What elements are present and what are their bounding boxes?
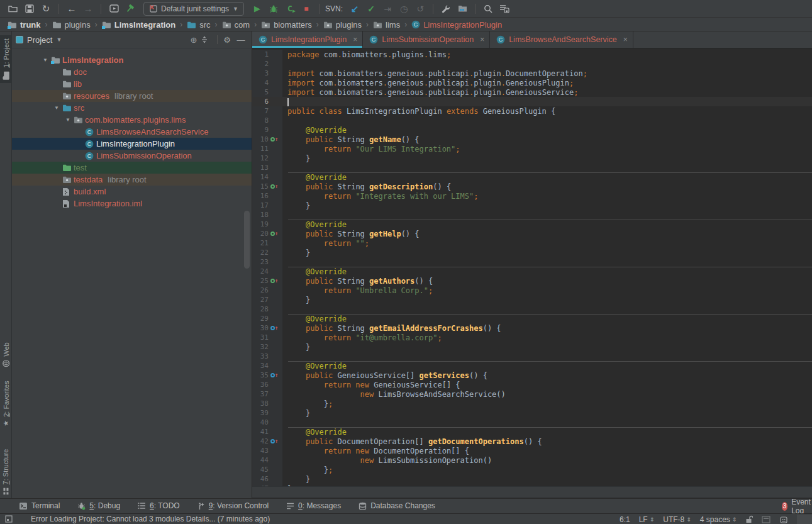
forward-arrow-button[interactable]: → — [81, 2, 96, 16]
overriding-method-gutter-icon[interactable]: ↑ — [270, 184, 278, 189]
line-number: 9 — [252, 125, 269, 135]
encoding-widget[interactable]: UTF-8⇕ — [663, 515, 691, 524]
vcs-compare-button[interactable]: ⇥ — [380, 2, 395, 16]
tree-row[interactable]: ▼LimsIntegration — [12, 54, 252, 66]
lock-icon[interactable] — [745, 515, 753, 523]
code-editor[interactable]: 1package com.biomatters.plugins.lims;23i… — [252, 48, 812, 486]
overriding-method-gutter-icon[interactable]: ↑ — [270, 372, 278, 378]
indent-widget[interactable]: 4 spaces⇕ — [700, 515, 737, 524]
vcs-history-button[interactable]: ◷ — [396, 2, 411, 16]
debug-bug-button[interactable] — [266, 2, 281, 16]
overriding-method-gutter-icon[interactable]: ↑ — [270, 325, 278, 331]
close-icon[interactable]: × — [623, 35, 628, 44]
project-structure-button[interactable] — [455, 2, 470, 16]
code-line: 4import com.biomatters.geneious.publicap… — [252, 78, 812, 87]
line-number: 15 — [252, 182, 269, 191]
tool-stripe-web[interactable]: Web — [0, 338, 12, 371]
tree-row[interactable]: CLimsIntegrationPlugin — [12, 138, 252, 150]
breadcrumb-item[interactable]: trunk — [6, 20, 42, 30]
ide-fatal-errors-icon[interactable] — [779, 515, 788, 524]
line-number: 25 — [252, 276, 269, 286]
open-project-button[interactable] — [6, 2, 21, 16]
back-arrow-button[interactable]: ← — [64, 2, 79, 16]
event-log-button[interactable]: 3Event Log — [782, 499, 812, 513]
line-number: 21 — [252, 238, 269, 248]
tree-row[interactable]: lib — [12, 78, 252, 90]
breadcrumb-item[interactable]: LimsIntegration — [101, 20, 177, 30]
vcs-rollback-button[interactable]: ↺ — [413, 2, 428, 16]
vcs-commit-button[interactable]: ✓ — [364, 2, 379, 16]
breadcrumb-item[interactable]: plugins — [51, 20, 92, 30]
tree-row[interactable]: resourceslibrary root — [12, 90, 252, 102]
chevron-down-icon: ▼ — [233, 6, 238, 12]
stop-square-button[interactable]: ■ — [299, 2, 314, 16]
run-coverage-button[interactable]: C▶ — [282, 2, 298, 16]
main-toolbar: ↻←→Default junit settings▼▶C▶■SVN:↙✓⇥◷↺ — [0, 0, 812, 18]
tool-stripe-2-favorites[interactable]: ★2: Favorites — [0, 375, 12, 432]
save-settings-button[interactable] — [497, 2, 512, 16]
vcs-compare-icon: ⇥ — [384, 4, 391, 14]
toolwindow-button-version-control[interactable]: 9: Version Control — [197, 501, 269, 510]
toolwindow-button-todo[interactable]: 6: TODO — [138, 501, 180, 510]
tree-row[interactable]: test — [12, 162, 252, 174]
tree-row[interactable]: testdatalibrary root — [12, 174, 252, 186]
tree-row[interactable]: CLimsBrowseAndSearchService — [12, 126, 252, 138]
caret-position-widget[interactable]: 6:1 — [620, 515, 630, 524]
breadcrumb-item[interactable]: biomatters — [260, 20, 313, 30]
vcs-update-button[interactable]: ↙ — [347, 2, 362, 16]
gear-icon[interactable]: ⚙ — [220, 35, 234, 45]
overriding-method-gutter-icon[interactable]: ↑ — [270, 438, 278, 444]
expand-arrow-icon[interactable]: ▼ — [40, 57, 51, 63]
expand-arrow-icon[interactable]: ▼ — [51, 105, 62, 111]
toolwindow-button-database-changes[interactable]: Database Changes — [359, 501, 435, 510]
overriding-method-gutter-icon[interactable]: ↑ — [270, 278, 278, 284]
close-icon[interactable]: × — [353, 35, 357, 44]
tree-row[interactable]: doc — [12, 66, 252, 78]
chevron-down-icon[interactable]: ▼ — [56, 36, 62, 43]
build-hammer-button[interactable] — [123, 2, 138, 16]
memory-indicator[interactable]: 351 of 18 — [797, 515, 812, 524]
breadcrumb-item[interactable]: CLimsIntegrationPlugin — [410, 20, 503, 30]
project-tree: ▼LimsIntegrationdoclibresourceslibrary r… — [12, 48, 252, 498]
event-log-badge: 3 — [782, 502, 787, 511]
code-line: 6 — [252, 97, 812, 106]
toolwindow-button-debug[interactable]: 5: Debug — [77, 501, 120, 510]
search-everywhere-button[interactable] — [481, 2, 496, 16]
status-message[interactable]: Error Loading Project: Cannot load 3 mod… — [31, 515, 270, 523]
close-icon[interactable]: × — [480, 35, 484, 44]
hide-panel-button[interactable]: — — [234, 35, 248, 45]
locate-file-button[interactable]: ⊕ — [187, 35, 201, 45]
tree-row[interactable]: build.xml — [12, 186, 252, 198]
editor-tab[interactable]: CLimsSubmissionOperation× — [363, 31, 490, 48]
tool-window-quick-access-icon[interactable] — [5, 515, 13, 523]
toolwindow-button-terminal[interactable]: Terminal — [19, 501, 60, 510]
tree-row[interactable]: LimsIntegration.iml — [12, 198, 252, 209]
run-play-button[interactable]: ▶ — [250, 2, 265, 16]
frame-icon[interactable] — [762, 516, 770, 523]
tool-stripe-1-project[interactable]: 1: Project — [0, 35, 12, 83]
toolwindow-button-messages[interactable]: 0: Messages — [286, 501, 341, 510]
collapse-all-button[interactable] — [201, 36, 214, 43]
breadcrumb-item[interactable]: lims — [372, 20, 401, 30]
save-all-button[interactable] — [22, 2, 37, 16]
overriding-method-gutter-icon[interactable]: ↑ — [270, 137, 278, 142]
run-window-button[interactable] — [106, 2, 121, 16]
line-ending-widget[interactable]: LF⇕ — [639, 515, 655, 524]
line-number: 45 — [252, 465, 269, 474]
tree-row[interactable]: ▼src — [12, 102, 252, 114]
settings-wrench-button[interactable] — [438, 2, 453, 16]
tree-row[interactable]: CLimsSubmissionOperation — [12, 150, 252, 162]
overriding-method-gutter-icon[interactable]: ↑ — [270, 231, 278, 237]
synchronize-button[interactable]: ↻ — [38, 2, 53, 16]
tree-row[interactable]: ▼com.biomatters.plugins.lims — [12, 114, 252, 126]
run-configuration-select[interactable]: Default junit settings▼ — [143, 2, 244, 16]
tool-stripe-7-structure[interactable]: 7: Structure — [0, 442, 12, 502]
editor-tab[interactable]: CLimsIntegrationPlugin× — [252, 31, 363, 48]
breadcrumb-item[interactable]: src — [186, 20, 211, 30]
breadcrumb-item[interactable]: com — [221, 20, 252, 30]
expand-arrow-icon[interactable]: ▼ — [62, 117, 74, 123]
breadcrumb-item[interactable]: plugins — [322, 20, 363, 30]
editor-tab[interactable]: CLimsBrowseAndSearchService× — [490, 31, 633, 48]
tree-item-label: com.biomatters.plugins.lims — [85, 115, 186, 125]
project-scrollbar[interactable] — [244, 211, 250, 269]
